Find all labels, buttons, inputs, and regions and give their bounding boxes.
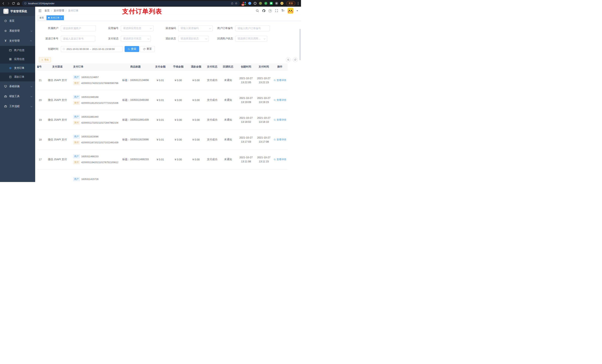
browser-menu-icon[interactable]: [297, 2, 299, 5]
back-icon[interactable]: [2, 2, 5, 5]
search-icon[interactable]: [256, 9, 259, 12]
clock-icon: [63, 48, 65, 50]
yen-icon: ¥: [4, 39, 7, 42]
callback-status-select[interactable]: 请选择订单回调商户状态: [235, 36, 267, 42]
show-search-button[interactable]: [286, 57, 291, 62]
tab-home[interactable]: 首页: [38, 15, 45, 20]
view-detail-link[interactable]: 查看详情: [274, 118, 286, 122]
export-button[interactable]: 导出: [39, 57, 51, 62]
chevron-down-icon: [31, 30, 32, 32]
document-icon: [9, 75, 12, 78]
address-bar[interactable]: localhost:1024/pay/order: [22, 1, 240, 6]
share-icon[interactable]: [231, 2, 233, 5]
home-icon[interactable]: [17, 2, 20, 5]
monitor-icon: [4, 85, 7, 88]
navbar-actions: [256, 8, 298, 14]
pay-status-select[interactable]: 请选择支付状态: [121, 36, 151, 42]
sidebar-toggle-icon[interactable]: [38, 9, 42, 13]
filter-refund-status: 退款状态 请选择退款状态: [159, 36, 209, 42]
table-row: 21 微信 JSAPI 支付 商户1635312124657 支付4200001…: [37, 70, 288, 90]
reload-icon[interactable]: [12, 2, 15, 5]
close-tab-icon[interactable]: ×: [61, 17, 62, 19]
bookmark-star-icon[interactable]: [235, 2, 237, 5]
merchant-tag: 商户: [73, 115, 80, 119]
view-detail-link[interactable]: 查看详情: [274, 138, 286, 141]
bank-card-icon: [9, 49, 12, 52]
sidebar-item-payment[interactable]: ¥ 支付管理: [0, 36, 35, 46]
filter-form: 所属商户 应用编号 请选择应用信息 渠道编码 请输入渠道编码 商户订单编号: [35, 21, 301, 56]
chat-extension-icon[interactable]: [270, 2, 273, 5]
sidebar-item-home[interactable]: 首页: [0, 16, 35, 26]
gray-extension-icon[interactable]: [275, 2, 278, 5]
pay-tag: 支付: [73, 121, 80, 125]
sidebar-item-app-info[interactable]: 应用信息: [0, 55, 35, 64]
sidebar-item-merchant-info[interactable]: 商户信息: [0, 46, 35, 55]
breadcrumb-payment[interactable]: 支付管理: [54, 9, 64, 12]
search-button[interactable]: 搜索: [125, 46, 139, 52]
table-header-row: 编号 支付渠道 支付订单 商品标题 支付金额 手续金额 退款金额 支付状态 回调…: [37, 63, 288, 70]
ring-extension-icon[interactable]: [254, 2, 257, 5]
merchant-tag: 商户: [73, 95, 80, 99]
pay-tag: 支付: [73, 160, 80, 164]
font-size-icon[interactable]: [281, 10, 284, 12]
olive-extension-icon[interactable]: [259, 2, 262, 5]
chevron-down-icon: [150, 27, 152, 29]
chevron-down-icon: [31, 85, 32, 87]
filter-channel-order-no: 渠道订单号: [42, 36, 95, 42]
refund-status-select[interactable]: 请选择退款状态: [178, 36, 209, 42]
vertical-scrollbar[interactable]: [300, 29, 301, 60]
chevron-down-icon: [147, 38, 149, 39]
forward-icon[interactable]: [7, 2, 10, 5]
reset-button[interactable]: 重置: [140, 46, 155, 52]
filter-pay-status: 支付状态 请选择支付状态: [102, 36, 151, 42]
extensions-area: 10: [243, 2, 283, 5]
app-select[interactable]: 请选择应用信息: [121, 25, 153, 31]
github-icon[interactable]: [262, 9, 266, 12]
emoji-extension-icon[interactable]: [280, 2, 283, 5]
check-extension-icon[interactable]: [264, 2, 267, 5]
user-dropdown-caret-icon[interactable]: [297, 10, 298, 11]
briefcase-icon: [4, 105, 7, 108]
url-text: localhost:1024/pay/order: [28, 2, 229, 5]
dashboard-icon: [4, 20, 7, 22]
channel-order-no-input[interactable]: [61, 36, 95, 42]
tab-group-extension-icon[interactable]: 10: [243, 2, 246, 5]
sidebar: 芋道管理系统 首页 系统管理 ¥ 支付管理 商户信息: [0, 7, 35, 182]
user-avatar[interactable]: [288, 8, 293, 14]
channel-code-select[interactable]: 请输入渠道编码: [178, 25, 213, 31]
grid-icon: [9, 58, 12, 61]
sidebar-item-dev-tools[interactable]: 研发工具: [0, 91, 35, 101]
chevron-down-icon: [31, 95, 32, 97]
sidebar-item-refund-order[interactable]: 退款订单: [0, 73, 35, 81]
blue-extension-icon[interactable]: [248, 2, 251, 5]
breadcrumb-home[interactable]: 首页: [44, 9, 50, 12]
search-icon: [128, 48, 130, 50]
view-detail-link[interactable]: 查看详情: [274, 79, 286, 82]
download-icon: [41, 59, 43, 61]
chevron-down-icon: [209, 27, 211, 29]
browser-update-button[interactable]: 更新: [286, 1, 295, 6]
breadcrumb-current: 支付订单: [68, 9, 78, 12]
table-tools: [286, 57, 298, 62]
view-detail-link[interactable]: 查看详情: [274, 158, 286, 161]
payment-submenu: 商户信息 应用信息 支付订单 退款订单: [0, 46, 35, 81]
chevron-down-icon: [205, 38, 207, 39]
top-navbar: 首页 / 支付管理 / 支付订单 支付订单列表: [35, 7, 301, 15]
tab-pay-order[interactable]: 支付订单 ×: [46, 15, 64, 20]
view-detail-link[interactable]: 查看详情: [274, 98, 286, 102]
sidebar-item-infrastructure[interactable]: 基础设施: [0, 81, 35, 91]
sidebar-item-system[interactable]: 系统管理: [0, 26, 35, 36]
fullscreen-icon[interactable]: [275, 9, 278, 12]
merchant-order-no-input[interactable]: [235, 25, 270, 31]
sidebar-item-workflow[interactable]: 工作流程: [0, 101, 35, 111]
sidebar-item-pay-order[interactable]: 支付订单: [0, 64, 35, 73]
refresh-table-button[interactable]: [293, 57, 298, 62]
merchant-input[interactable]: [61, 25, 96, 31]
breadcrumb: 首页 / 支付管理 / 支付订单: [44, 9, 78, 12]
logo[interactable]: 芋道管理系统: [0, 7, 35, 16]
refresh-icon: [143, 48, 146, 50]
site-info-icon[interactable]: [24, 2, 27, 5]
table-row: 18 微信 JSAPI 支付 商户1635311823086 支付4200001…: [37, 130, 288, 149]
help-icon[interactable]: [269, 9, 272, 12]
date-range-input[interactable]: 2021-10-01 00:00:00 - 2021-10-31 23:59:5…: [61, 46, 123, 52]
